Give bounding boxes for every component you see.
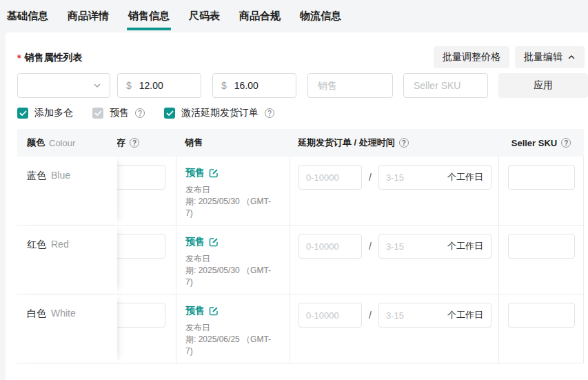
row-sku-input[interactable] xyxy=(509,241,574,252)
date-line: 7) xyxy=(185,208,290,219)
color-cell: 蓝色 Blue xyxy=(17,157,117,225)
chevron-up-icon xyxy=(567,53,576,61)
delay-order-field xyxy=(298,165,362,190)
sales-cell: 预售 发布日 期: 2025/06/25 （GMT- 7) xyxy=(176,294,290,363)
handling-time-field: 个工作日 xyxy=(378,165,491,190)
row-sku-input[interactable] xyxy=(509,172,574,183)
delay-order-input[interactable] xyxy=(299,241,361,252)
tab-size-chart[interactable]: 尺码表 xyxy=(189,0,220,32)
tab-product-details[interactable]: 商品详情 xyxy=(68,0,109,32)
table-row: 红色 Red 预售 发布日 期: 2025/05/30 （GMT- 7) xyxy=(17,226,584,294)
header-sales-label: 销售 xyxy=(185,137,203,149)
color-name-zh: 蓝色 xyxy=(27,170,46,225)
batch-adjust-price-button[interactable]: 批量调整价格 xyxy=(434,46,509,68)
date-line: 发布日 xyxy=(185,184,290,196)
sales-input[interactable] xyxy=(316,79,384,92)
presale-link[interactable]: 预售 xyxy=(185,236,290,248)
help-icon[interactable]: ? xyxy=(561,138,571,148)
edit-icon xyxy=(209,306,219,316)
header-delay-label: 延期发货订单 / 处理时间 xyxy=(298,137,395,149)
handling-time-field: 个工作日 xyxy=(378,303,491,328)
seller-sku-input[interactable] xyxy=(412,79,479,92)
header-color: 颜色 Colour xyxy=(17,129,117,157)
divider-slash: / xyxy=(369,303,372,328)
option-label: 激活延期发货订单 xyxy=(181,107,258,119)
edit-icon xyxy=(209,168,219,178)
date-line: 发布日 xyxy=(185,253,290,265)
options-row: 添加多仓 预售 ? 激活延期发货订单 ? xyxy=(17,106,274,121)
tab-label: 基础信息 xyxy=(7,10,48,23)
attribute-select[interactable] xyxy=(17,73,110,98)
header-color-zh: 颜色 xyxy=(27,137,45,149)
delay-order-input[interactable] xyxy=(299,172,361,183)
tab-sales-info-active[interactable]: 销售信息 xyxy=(128,0,170,32)
date-line: 7) xyxy=(185,346,290,357)
color-cell: 红色 Red xyxy=(17,226,117,294)
row-sku-field xyxy=(508,234,575,259)
seller-sku-cell xyxy=(498,294,584,363)
sales-info-panel: * 销售属性列表 批量调整价格 批量编辑 $ $ 应用 xyxy=(6,32,588,380)
help-icon[interactable]: ? xyxy=(265,108,274,118)
delayed-dispatch-cell: / 个工作日 xyxy=(290,157,498,225)
price-input-2[interactable] xyxy=(233,79,287,92)
presale-link[interactable]: 预售 xyxy=(185,167,290,179)
option-delayed-dispatch: 激活延期发货订单 ? xyxy=(164,107,274,119)
header-delayed-dispatch: 延期发货订单 / 处理时间 ? xyxy=(290,129,498,157)
color-cell: 白色 White xyxy=(17,294,117,363)
option-multi-warehouse: 添加多仓 xyxy=(17,107,73,119)
tab-label: 物流信息 xyxy=(300,10,341,23)
working-days-suffix: 个工作日 xyxy=(447,309,491,321)
tab-compliance[interactable]: 商品合规 xyxy=(239,0,281,32)
tab-bar: 基础信息 商品详情 销售信息 尺码表 商品合规 物流信息 xyxy=(0,0,588,32)
header-sales: 销售 xyxy=(176,129,290,157)
presale-link[interactable]: 预售 xyxy=(185,305,290,317)
delay-order-field xyxy=(298,303,362,328)
handling-time-input[interactable] xyxy=(379,310,434,321)
option-presale: 预售 ? xyxy=(92,107,145,119)
row-sku-input[interactable] xyxy=(509,310,574,321)
delay-order-input[interactable] xyxy=(299,310,361,321)
working-days-suffix: 个工作日 xyxy=(447,171,491,183)
table-header: 库存 ? 颜色 Colour 销售 延期发货订单 / 处理时间 ? Seller… xyxy=(17,129,584,157)
delayed-dispatch-cell: / 个工作日 xyxy=(290,226,498,294)
color-name-en: Red xyxy=(51,239,69,294)
price-input-1[interactable] xyxy=(138,79,192,92)
batch-edit-button[interactable]: 批量编辑 xyxy=(515,46,585,68)
help-icon[interactable]: ? xyxy=(130,138,139,148)
section-title-text: 销售属性列表 xyxy=(24,52,82,64)
presale-label: 预售 xyxy=(185,167,205,179)
color-name-zh: 红色 xyxy=(27,239,46,294)
color-name-zh: 白色 xyxy=(27,308,46,363)
help-icon[interactable]: ? xyxy=(135,108,145,118)
date-line: 7) xyxy=(185,277,290,288)
header-seller-sku: Seller SKU ? xyxy=(498,129,584,157)
section-title: * 销售属性列表 xyxy=(17,52,82,64)
checkbox-delayed-dispatch[interactable] xyxy=(164,108,175,119)
header-stock: 库存 ? xyxy=(117,129,176,157)
tab-label: 商品详情 xyxy=(68,10,109,23)
divider-slash: / xyxy=(369,234,372,259)
required-asterisk: * xyxy=(17,52,21,63)
handling-time-input[interactable] xyxy=(379,241,434,252)
presale-label: 预售 xyxy=(185,305,205,317)
price-field-2: $ xyxy=(212,73,296,98)
help-icon[interactable]: ? xyxy=(399,138,409,148)
sku-table: 库存 ? 颜色 Colour 销售 延期发货订单 / 处理时间 ? Seller… xyxy=(17,129,588,364)
table-row: 白色 White 预售 发布日 期: 2025/06/25 （GMT- 7) xyxy=(17,294,584,363)
currency-prefix: $ xyxy=(126,80,132,91)
check-icon xyxy=(19,110,27,117)
seller-sku-cell xyxy=(498,157,584,225)
date-line: 期: 2025/05/30 （GMT- xyxy=(185,196,290,208)
tab-basic-info[interactable]: 基础信息 xyxy=(7,0,48,32)
chevron-down-icon xyxy=(93,81,101,90)
date-line: 发布日 xyxy=(185,322,290,334)
batch-edit-label: 批量编辑 xyxy=(524,51,562,63)
batch-adjust-price-label: 批量调整价格 xyxy=(443,51,500,63)
color-name-en: Blue xyxy=(51,170,70,225)
row-sku-field xyxy=(508,165,575,190)
apply-button[interactable]: 应用 xyxy=(498,73,588,98)
handling-time-input[interactable] xyxy=(379,172,434,183)
checkbox-multi-warehouse[interactable] xyxy=(17,108,28,119)
tab-logistics[interactable]: 物流信息 xyxy=(300,0,341,32)
checkbox-presale-disabled xyxy=(92,108,103,119)
